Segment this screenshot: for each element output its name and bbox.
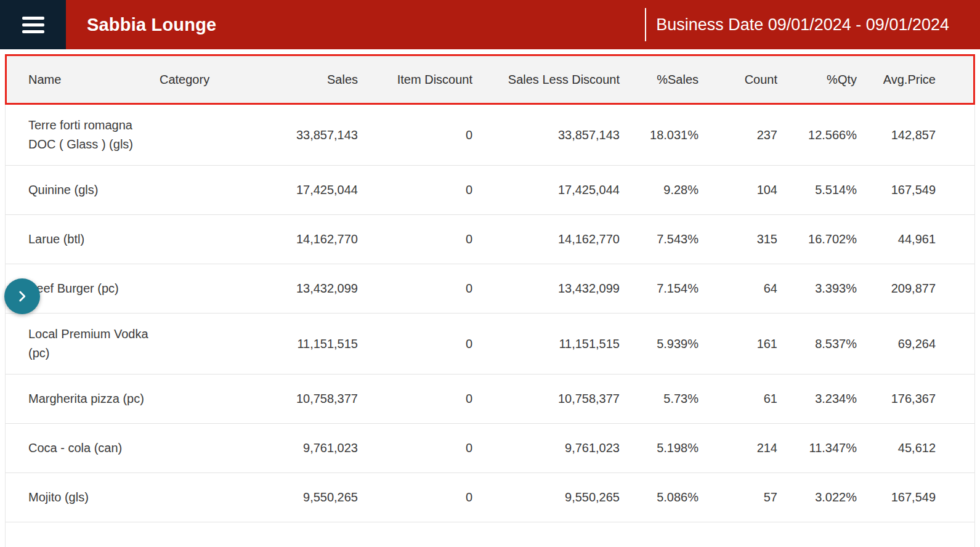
column-header-item-discount[interactable]: Item Discount bbox=[358, 73, 472, 87]
cell-avg-price: 44,961 bbox=[857, 232, 936, 246]
cell-sales: 14,162,770 bbox=[247, 232, 358, 246]
menu-button[interactable] bbox=[0, 0, 66, 49]
table-body: Terre forti romagna DOC ( Glass ) (gls) … bbox=[5, 105, 975, 522]
cell-name: Coca - cola (can) bbox=[28, 439, 160, 458]
hamburger-icon bbox=[22, 17, 44, 33]
cell-avg-price: 45,612 bbox=[857, 441, 936, 455]
table-row[interactable]: Local Premium Vodka (pc) 11,151,515 0 11… bbox=[6, 314, 974, 375]
cell-item-discount: 0 bbox=[358, 232, 472, 246]
cell-item-discount: 0 bbox=[358, 128, 472, 142]
vertical-divider bbox=[645, 8, 646, 41]
cell-item-discount: 0 bbox=[358, 183, 472, 197]
cell-avg-price: 209,877 bbox=[857, 282, 936, 296]
cell-count: 64 bbox=[699, 282, 777, 296]
app-bar: Sabbia Lounge Business Date 09/01/2024 -… bbox=[0, 0, 980, 49]
cell-pct-qty: 16.702% bbox=[777, 232, 857, 246]
cell-pct-qty: 3.022% bbox=[777, 490, 857, 504]
cell-pct-sales: 5.086% bbox=[620, 490, 699, 504]
cell-pct-sales: 7.543% bbox=[620, 232, 699, 246]
table-row[interactable]: Beef Burger (pc) 13,432,099 0 13,432,099… bbox=[6, 264, 974, 314]
cell-sales-less-discount: 17,425,044 bbox=[472, 183, 620, 197]
cell-pct-qty: 3.234% bbox=[777, 392, 857, 406]
cell-pct-qty: 3.393% bbox=[777, 282, 857, 296]
cell-sales-less-discount: 9,550,265 bbox=[472, 490, 620, 504]
cell-count: 237 bbox=[699, 128, 777, 142]
cell-pct-sales: 5.73% bbox=[620, 392, 699, 406]
cell-count: 161 bbox=[699, 337, 777, 351]
cell-sales: 33,857,143 bbox=[247, 128, 358, 142]
chevron-right-icon bbox=[14, 288, 30, 304]
sidebar-expand-button[interactable] bbox=[4, 278, 40, 314]
column-header-pct-qty[interactable]: %Qty bbox=[777, 73, 857, 87]
cell-pct-sales: 5.198% bbox=[620, 441, 699, 455]
cell-count: 104 bbox=[699, 183, 777, 197]
cell-item-discount: 0 bbox=[358, 441, 472, 455]
cell-count: 57 bbox=[699, 490, 777, 504]
cell-pct-qty: 8.537% bbox=[777, 337, 857, 351]
cell-name: Larue (btl) bbox=[28, 230, 160, 249]
cell-pct-sales: 5.939% bbox=[620, 337, 699, 351]
cell-name: Quinine (gls) bbox=[28, 180, 160, 200]
cell-name: Local Premium Vodka (pc) bbox=[28, 325, 160, 363]
cell-count: 315 bbox=[699, 232, 777, 246]
column-header-count[interactable]: Count bbox=[699, 73, 777, 87]
business-date-label: Business Date 09/01/2024 - 09/01/2024 bbox=[656, 15, 949, 34]
cell-sales: 13,432,099 bbox=[247, 282, 358, 296]
cell-name: Margherita pizza (pc) bbox=[28, 389, 160, 408]
cell-sales: 10,758,377 bbox=[247, 392, 358, 406]
table-row[interactable]: Terre forti romagna DOC ( Glass ) (gls) … bbox=[6, 105, 974, 166]
cell-sales-less-discount: 14,162,770 bbox=[472, 232, 620, 246]
cell-sales-less-discount: 33,857,143 bbox=[472, 128, 620, 142]
cell-item-discount: 0 bbox=[358, 337, 472, 351]
cell-sales: 9,761,023 bbox=[247, 441, 358, 455]
cell-pct-qty: 11.347% bbox=[777, 441, 857, 455]
cell-sales-less-discount: 13,432,099 bbox=[472, 282, 620, 296]
cell-item-discount: 0 bbox=[358, 490, 472, 504]
cell-count: 214 bbox=[699, 441, 777, 455]
cell-name: Beef Burger (pc) bbox=[28, 279, 160, 298]
page-title: Sabbia Lounge bbox=[87, 15, 216, 35]
column-header-category[interactable]: Category bbox=[160, 73, 247, 87]
cell-pct-sales: 18.031% bbox=[620, 128, 699, 142]
cell-pct-qty: 12.566% bbox=[777, 128, 857, 142]
cell-sales-less-discount: 9,761,023 bbox=[472, 441, 620, 455]
cell-pct-qty: 5.514% bbox=[777, 183, 857, 197]
cell-avg-price: 167,549 bbox=[857, 183, 936, 197]
table-row[interactable]: Margherita pizza (pc) 10,758,377 0 10,75… bbox=[6, 375, 974, 424]
cell-sales: 17,425,044 bbox=[247, 183, 358, 197]
cell-item-discount: 0 bbox=[358, 392, 472, 406]
column-header-sales-less-discount[interactable]: Sales Less Discount bbox=[472, 73, 620, 87]
table-row[interactable]: Larue (btl) 14,162,770 0 14,162,770 7.54… bbox=[6, 215, 974, 264]
partial-next-row bbox=[5, 522, 975, 547]
cell-item-discount: 0 bbox=[358, 282, 472, 296]
table-header-row: Name Category Sales Item Discount Sales … bbox=[5, 54, 975, 105]
cell-avg-price: 176,367 bbox=[857, 392, 936, 406]
table-row[interactable]: Quinine (gls) 17,425,044 0 17,425,044 9.… bbox=[6, 166, 974, 215]
cell-pct-sales: 7.154% bbox=[620, 282, 699, 296]
cell-pct-sales: 9.28% bbox=[620, 183, 699, 197]
table-row[interactable]: Mojito (gls) 9,550,265 0 9,550,265 5.086… bbox=[6, 473, 974, 522]
cell-sales-less-discount: 10,758,377 bbox=[472, 392, 620, 406]
column-header-name[interactable]: Name bbox=[28, 73, 160, 87]
cell-avg-price: 167,549 bbox=[857, 490, 936, 504]
cell-name: Mojito (gls) bbox=[28, 488, 160, 507]
column-header-pct-sales[interactable]: %Sales bbox=[620, 73, 699, 87]
cell-sales: 9,550,265 bbox=[247, 490, 358, 504]
cell-sales: 11,151,515 bbox=[247, 337, 358, 351]
cell-count: 61 bbox=[699, 392, 777, 406]
cell-avg-price: 69,264 bbox=[857, 337, 936, 351]
cell-name: Terre forti romagna DOC ( Glass ) (gls) bbox=[28, 116, 160, 154]
column-header-sales[interactable]: Sales bbox=[247, 73, 358, 87]
cell-sales-less-discount: 11,151,515 bbox=[472, 337, 620, 351]
table-row[interactable]: Coca - cola (can) 9,761,023 0 9,761,023 … bbox=[6, 424, 974, 473]
column-header-avg-price[interactable]: Avg.Price bbox=[857, 73, 936, 87]
business-date-group: Business Date 09/01/2024 - 09/01/2024 bbox=[645, 0, 949, 49]
cell-avg-price: 142,857 bbox=[857, 128, 936, 142]
